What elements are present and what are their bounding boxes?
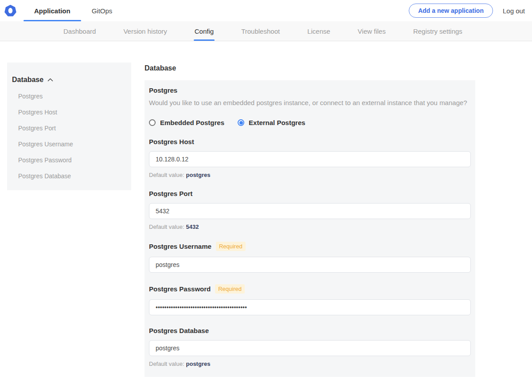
sidebar-group-label: Database bbox=[12, 76, 43, 84]
radio-external-postgres-circle[interactable] bbox=[238, 119, 244, 126]
default-value: postgres bbox=[186, 172, 211, 178]
topbar-right: Add a new application Log out bbox=[409, 0, 525, 21]
config-page: Database Postgres Postgres Host Postgres… bbox=[0, 41, 532, 392]
postgres-port-default: Default value:5432 bbox=[149, 223, 471, 230]
radio-external-postgres[interactable]: External Postgres bbox=[238, 119, 305, 126]
radio-embedded-postgres-label: Embedded Postgres bbox=[160, 119, 224, 126]
app-subnav: Dashboard Version history Config Trouble… bbox=[0, 21, 532, 41]
postgres-password-input[interactable] bbox=[149, 299, 471, 315]
subnav-view-files[interactable]: View files bbox=[358, 21, 386, 41]
logout-link[interactable]: Log out bbox=[503, 7, 525, 15]
sidebar-item-postgres-username[interactable]: Postgres Username bbox=[12, 141, 127, 148]
default-label: Default value: bbox=[149, 361, 184, 367]
field-postgres-port-label-row: Postgres Port bbox=[149, 190, 471, 197]
sidebar-item-postgres-port[interactable]: Postgres Port bbox=[12, 125, 127, 132]
sidebar-group-database[interactable]: Database bbox=[12, 76, 127, 84]
field-postgres-host: Postgres Host Default value:postgres bbox=[149, 138, 471, 178]
postgres-port-input[interactable] bbox=[149, 203, 471, 219]
sidebar-item-postgres[interactable]: Postgres bbox=[12, 93, 127, 100]
field-postgres-username-label-row: Postgres Username Required bbox=[149, 242, 471, 251]
top-tabs: Application GitOps bbox=[23, 0, 123, 21]
field-postgres-database: Postgres Database Default value:postgres bbox=[149, 327, 471, 367]
top-bar: Application GitOps Add a new application… bbox=[0, 0, 532, 21]
subnav-license[interactable]: License bbox=[307, 21, 330, 41]
app-logo[interactable] bbox=[4, 0, 16, 21]
config-group-panel: Postgres Would you like to use an embedd… bbox=[145, 80, 475, 377]
subnav-registry-settings[interactable]: Registry settings bbox=[413, 21, 462, 41]
kots-logo-icon bbox=[4, 5, 16, 17]
tab-application[interactable]: Application bbox=[23, 0, 81, 21]
field-postgres-username-label: Postgres Username bbox=[149, 243, 211, 250]
postgres-database-default: Default value:postgres bbox=[149, 361, 471, 367]
postgres-database-input[interactable] bbox=[149, 340, 471, 356]
tab-gitops[interactable]: GitOps bbox=[81, 0, 123, 21]
chevron-up-icon bbox=[47, 78, 53, 82]
field-postgres-database-label: Postgres Database bbox=[149, 327, 209, 334]
postgres-host-input[interactable] bbox=[149, 151, 471, 167]
subnav-troubleshoot[interactable]: Troubleshoot bbox=[241, 21, 280, 41]
subnav-config[interactable]: Config bbox=[195, 21, 214, 41]
config-group-title: Postgres bbox=[149, 86, 471, 94]
field-postgres-database-label-row: Postgres Database bbox=[149, 327, 471, 334]
default-label: Default value: bbox=[149, 223, 184, 230]
field-postgres-password-label: Postgres Password bbox=[149, 285, 211, 293]
sidebar-item-postgres-database[interactable]: Postgres Database bbox=[12, 172, 127, 180]
radio-embedded-postgres[interactable]: Embedded Postgres bbox=[149, 119, 224, 126]
field-postgres-port: Postgres Port Default value:5432 bbox=[149, 190, 471, 230]
field-postgres-port-label: Postgres Port bbox=[149, 190, 192, 197]
config-group-help: Would you like to use an embedded postgr… bbox=[149, 98, 471, 107]
field-postgres-password: Postgres Password Required bbox=[149, 284, 471, 315]
field-postgres-host-label: Postgres Host bbox=[149, 138, 194, 145]
tab-gitops-label: GitOps bbox=[92, 7, 113, 15]
subnav-dashboard[interactable]: Dashboard bbox=[63, 21, 96, 41]
field-postgres-host-label-row: Postgres Host bbox=[149, 138, 471, 145]
postgres-mode-radio-group: Embedded Postgres External Postgres bbox=[149, 119, 471, 126]
config-sidebar: Database Postgres Postgres Host Postgres… bbox=[7, 63, 131, 190]
field-postgres-username: Postgres Username Required bbox=[149, 242, 471, 273]
sidebar-item-postgres-host[interactable]: Postgres Host bbox=[12, 109, 127, 116]
tab-application-label: Application bbox=[34, 7, 70, 15]
config-main: Database Postgres Would you like to use … bbox=[145, 63, 475, 392]
page-title: Database bbox=[145, 64, 475, 72]
sidebar-item-postgres-password[interactable]: Postgres Password bbox=[12, 157, 127, 164]
postgres-host-default: Default value:postgres bbox=[149, 172, 471, 178]
field-postgres-password-label-row: Postgres Password Required bbox=[149, 284, 471, 294]
postgres-username-input[interactable] bbox=[149, 257, 471, 273]
required-badge: Required bbox=[215, 284, 245, 294]
required-badge: Required bbox=[216, 242, 246, 251]
default-label: Default value: bbox=[149, 172, 184, 178]
add-application-button[interactable]: Add a new application bbox=[409, 4, 493, 18]
default-value: postgres bbox=[186, 361, 211, 367]
radio-embedded-postgres-circle[interactable] bbox=[149, 119, 156, 126]
radio-external-postgres-label: External Postgres bbox=[249, 119, 305, 126]
default-value: 5432 bbox=[186, 223, 199, 230]
subnav-version-history[interactable]: Version history bbox=[123, 21, 167, 41]
